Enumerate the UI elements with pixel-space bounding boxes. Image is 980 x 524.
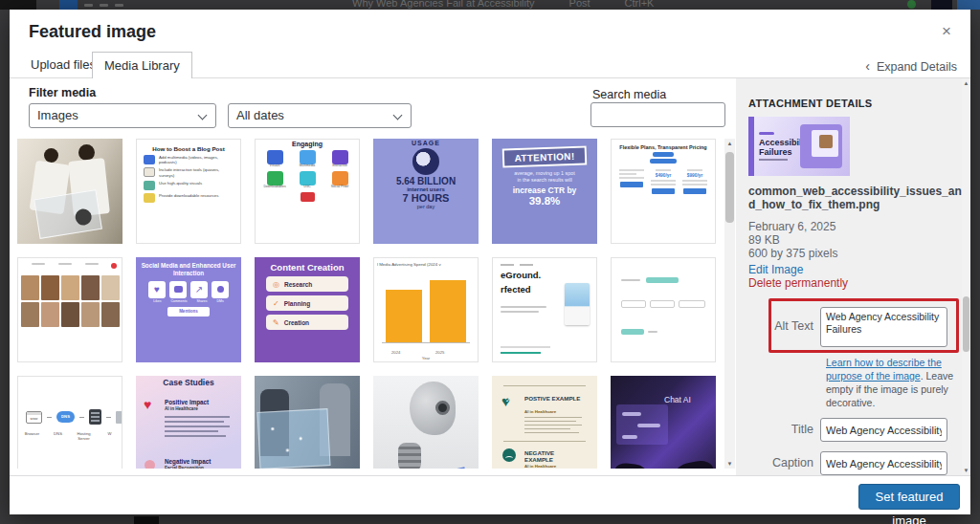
- shortcut-hint: Ctrl+K: [625, 0, 655, 9]
- planning-button: ✓Planning: [266, 295, 348, 311]
- search-input[interactable]: [590, 102, 725, 127]
- media-grid-scrollbar[interactable]: ▲ ▼: [724, 139, 735, 469]
- media-type-filter[interactable]: Images: [29, 103, 216, 128]
- media-item-photo-lab[interactable]: [17, 139, 122, 244]
- date-filter-value: All dates: [236, 108, 284, 122]
- modal-title: Featured image: [29, 22, 156, 42]
- x-axis-label: Year: [374, 356, 478, 360]
- bullet-text: Provide downloadable resources: [159, 193, 228, 198]
- close-icon[interactable]: ×: [936, 22, 957, 41]
- delete-permanently-link[interactable]: Delete permanently: [748, 276, 848, 290]
- filter-media-label: Filter media: [29, 86, 96, 99]
- media-grid: How to Boost a Blog Post Add multimedia …: [17, 139, 717, 469]
- tab-media-library[interactable]: Media Library: [92, 52, 192, 78]
- media-item-content-creation[interactable]: Content Creation ◎Research ✓Planning ✎Cr…: [255, 257, 360, 362]
- caption-input[interactable]: [820, 451, 947, 475]
- section-title: NEGATIVE EXAMPLE: [524, 449, 582, 463]
- clipboard-icon: [144, 167, 155, 177]
- media-item-attention-ctr[interactable]: ATTENTION! average, moving up 1 spot in …: [492, 139, 597, 244]
- set-featured-image-button[interactable]: Set featured image: [858, 484, 960, 510]
- form-field: [650, 300, 675, 308]
- media-item-blog-post-tips[interactable]: How to Boost a Blog Post Add multimedia …: [136, 139, 241, 244]
- body-text: average, moving up 1 spot: [492, 170, 597, 177]
- extension-dark-icon: [931, 0, 952, 10]
- clipped-icon: [116, 411, 122, 424]
- bullet-text: Include interactive tools (quizzes, surv…: [159, 167, 228, 177]
- sidebar-scrollbar[interactable]: ▲ ▼: [962, 78, 970, 475]
- likes-icon: ♥: [148, 281, 166, 298]
- form-field: [621, 300, 646, 308]
- chevron-down-icon: [198, 111, 208, 120]
- plastic-box: [33, 189, 102, 239]
- media-item-ad-spend-chart[interactable]: l Media Advertising Spend (2024 v 2024 2…: [373, 257, 479, 362]
- scrollbar-thumb[interactable]: [963, 296, 969, 352]
- search-media-label: Search media: [592, 88, 666, 101]
- media-item-rooms-gallery[interactable]: [17, 257, 122, 362]
- media-item-internet-usage[interactable]: USAGE 5.64 BILLION internet users 7 HOUR…: [373, 139, 479, 244]
- emphasis-text: increase CTR by: [492, 186, 597, 195]
- diagram-label: W: [100, 432, 120, 442]
- toggle-pill: [653, 152, 674, 157]
- alt-text-label: Alt Text: [739, 319, 813, 333]
- tile-label: UGC: [293, 186, 322, 189]
- media-item-engaging-content[interactable]: Engaging Visuals Multimedia Interactive …: [255, 139, 360, 244]
- media-item-pricing-plans[interactable]: Flexible Plans, Transparent Pricing $490…: [611, 139, 716, 244]
- media-item-annotated-form[interactable]: [611, 257, 716, 362]
- plan-button: [683, 188, 706, 194]
- chevron-left-icon: ‹: [865, 58, 870, 74]
- record-dot-icon: [111, 263, 117, 269]
- alt-text-input[interactable]: Web Agency Accessibility Failures: [820, 307, 947, 347]
- attachment-dimensions: 600 by 375 pixels: [748, 247, 837, 260]
- media-item-case-studies[interactable]: Case Studies ♥ Positive Impact AI in Hea…: [136, 376, 241, 469]
- scroll-up-icon[interactable]: ▲: [724, 141, 735, 146]
- tile-label: Likes: [153, 299, 161, 303]
- server-icon: [89, 409, 101, 425]
- media-item-robot-head[interactable]: [373, 376, 479, 469]
- expand-details-link[interactable]: ‹Expand Details: [865, 58, 957, 74]
- attachment-filesize: 89 KB: [748, 233, 780, 247]
- bar-2024: [386, 290, 422, 342]
- media-item-chat-ai[interactable]: Chat AI: [611, 376, 716, 469]
- browser-corner-block: [0, 0, 36, 10]
- scroll-down-icon[interactable]: ▼: [724, 461, 735, 467]
- tile-label: Comments: [170, 299, 187, 303]
- blue-text-mark: [440, 467, 465, 469]
- date-filter[interactable]: All dates: [228, 103, 412, 128]
- media-item-social-interaction[interactable]: Social Media and Enhanced User Interacti…: [136, 257, 241, 362]
- hand-silhouette: [674, 459, 716, 469]
- tile-label: Social Proof: [325, 186, 354, 189]
- media-item-siteground[interactable]: eGround. rfected: [492, 257, 597, 362]
- hand-silhouette: [613, 462, 649, 469]
- menu-icon: [115, 4, 123, 7]
- person-silhouette: [44, 148, 58, 163]
- flow-arrow: [79, 417, 84, 418]
- plan-price: $490/yr: [649, 173, 678, 178]
- media-item-dns-diagram[interactable]: www DNS Browser DNS Hosting Server W: [17, 376, 122, 469]
- admin-bar-title: Why Web Agencies Fail at AccessibilityPo…: [352, 0, 688, 9]
- diagram-label: Hosting Server: [75, 432, 94, 442]
- section-title: Positive Impact: [165, 399, 209, 405]
- room-photo: [21, 275, 39, 300]
- media-item-ai-examples[interactable]: ♥ ✓ POSTIVE EXAMPLE AI in Healthcare NEG…: [492, 376, 597, 469]
- scroll-down-icon[interactable]: ▼: [962, 468, 970, 473]
- scrollbar-thumb[interactable]: [725, 152, 734, 223]
- room-photo: [81, 302, 100, 327]
- x-tick: 2025: [435, 350, 444, 355]
- button-label: Planning: [284, 300, 310, 307]
- attachment-filename: common_web_accessibility_issues_and_how_…: [748, 185, 965, 211]
- media-item-photo-screen[interactable]: [255, 376, 360, 469]
- section-subtitle: AI in Healthcare: [165, 406, 198, 411]
- shares-icon: ↗: [190, 281, 208, 298]
- title-input[interactable]: [820, 418, 947, 442]
- folder-download-icon: [144, 193, 155, 203]
- edit-image-link[interactable]: Edit Image: [748, 263, 803, 276]
- scroll-up-icon[interactable]: ▲: [962, 80, 970, 86]
- bullet-text: Use high-quality visuals: [159, 181, 228, 186]
- room-photo: [101, 302, 120, 327]
- attachment-thumbnail: AccessibilityFailures: [748, 117, 850, 176]
- thumb-subtitle-bar: [759, 159, 788, 161]
- section-subtitle: AI in Healthcare: [524, 464, 556, 469]
- comments-icon: [169, 281, 187, 298]
- monitor-icon: [144, 155, 155, 164]
- social-proof-icon: [332, 171, 348, 186]
